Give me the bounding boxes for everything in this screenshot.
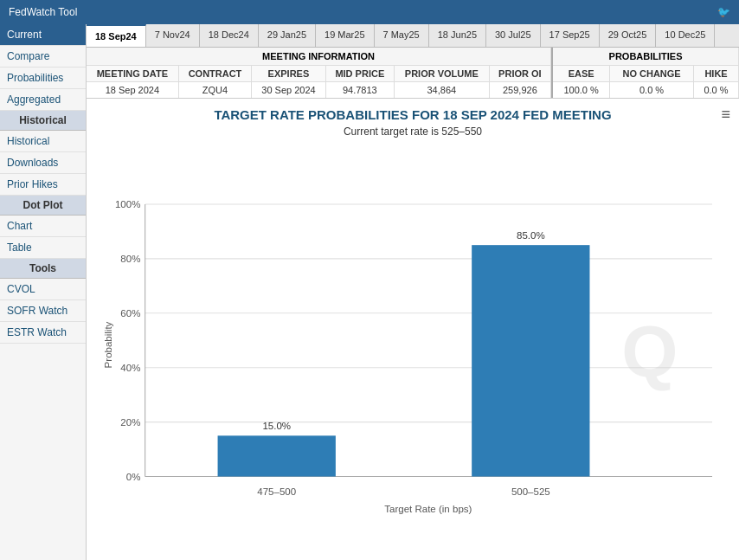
meeting-col-mid-price: MID PRICE bbox=[325, 66, 394, 82]
twitter-icon[interactable]: 🐦 bbox=[717, 6, 730, 18]
sidebar-item-current[interactable]: Current bbox=[0, 24, 86, 46]
tab-29Oct25[interactable]: 29 Oct25 bbox=[600, 24, 657, 47]
tab-29Jan25[interactable]: 29 Jan25 bbox=[259, 24, 316, 47]
svg-text:Q: Q bbox=[621, 311, 678, 392]
tab-bar: 18 Sep247 Nov2418 Dec2429 Jan2519 Mar257… bbox=[87, 24, 739, 48]
sidebar-item-chart[interactable]: Chart bbox=[0, 216, 86, 237]
svg-text:85.0%: 85.0% bbox=[517, 230, 545, 241]
app-title: FedWatch Tool bbox=[9, 6, 77, 18]
meeting-cell-5: 259,926 bbox=[489, 82, 551, 99]
tab-7May25[interactable]: 7 May25 bbox=[375, 24, 429, 47]
meeting-col-prior-volume: PRIOR VOLUME bbox=[395, 66, 490, 82]
prob-col-no change: NO CHANGE bbox=[610, 66, 694, 82]
meeting-col-prior-oi: PRIOR OI bbox=[489, 66, 551, 82]
meeting-cell-3: 94.7813 bbox=[325, 82, 394, 99]
historical-section-header[interactable]: Historical bbox=[0, 111, 86, 131]
svg-text:Probability: Probability bbox=[103, 321, 113, 368]
chart-area: ≡ TARGET RATE PROBABILITIES FOR 18 SEP 2… bbox=[87, 99, 739, 560]
sidebar-item-compare[interactable]: Compare bbox=[0, 46, 86, 68]
chart-menu-icon[interactable]: ≡ bbox=[721, 106, 730, 124]
dotplot-section-header[interactable]: Dot Plot bbox=[0, 196, 86, 216]
probabilities-table: EASENO CHANGEHIKE 100.0 %0.0 %0.0 % bbox=[553, 66, 739, 98]
sidebar-item-cvol[interactable]: CVOL bbox=[0, 279, 86, 300]
chart-title: TARGET RATE PROBABILITIES FOR 18 SEP 202… bbox=[95, 107, 730, 122]
sidebar-item-probabilities[interactable]: Probabilities bbox=[0, 68, 86, 89]
tab-19Mar25[interactable]: 19 Mar25 bbox=[316, 24, 374, 47]
sidebar-item-table[interactable]: Table bbox=[0, 237, 86, 259]
meeting-cell-4: 34,864 bbox=[395, 82, 490, 99]
meeting-cell-1: ZQU4 bbox=[178, 82, 252, 99]
meeting-col-expires: EXPIRES bbox=[252, 66, 325, 82]
tab-18Sep24[interactable]: 18 Sep24 bbox=[87, 24, 146, 47]
sidebar-item-estr-watch[interactable]: ESTR Watch bbox=[0, 322, 86, 344]
prob-col-ease: EASE bbox=[553, 66, 609, 82]
prob-cell-2: 0.0 % bbox=[694, 82, 739, 99]
svg-text:20%: 20% bbox=[120, 417, 140, 428]
meeting-col-meeting-date: MEETING DATE bbox=[87, 66, 178, 82]
probabilities-title: PROBABILITIES bbox=[553, 48, 739, 66]
sidebar-item-historical[interactable]: Historical bbox=[0, 131, 86, 152]
svg-text:475–500: 475–500 bbox=[257, 486, 296, 497]
meeting-col-contract: CONTRACT bbox=[178, 66, 252, 82]
bar-500-525 bbox=[472, 245, 589, 476]
tools-section-header[interactable]: Tools bbox=[0, 259, 86, 279]
svg-text:80%: 80% bbox=[120, 254, 140, 264]
sidebar-item-aggregated[interactable]: Aggregated bbox=[0, 89, 86, 111]
tab-10Dec25[interactable]: 10 Dec25 bbox=[656, 24, 715, 47]
prob-cell-0: 100.0 % bbox=[553, 82, 609, 99]
bar-475-500 bbox=[218, 435, 336, 476]
sidebar-item-downloads[interactable]: Downloads bbox=[0, 152, 86, 174]
svg-text:100%: 100% bbox=[115, 199, 140, 209]
meeting-info-title: MEETING INFORMATION bbox=[87, 48, 551, 66]
meeting-info-area: MEETING INFORMATION MEETING DATECONTRACT… bbox=[87, 48, 739, 99]
prob-cell-1: 0.0 % bbox=[610, 82, 694, 99]
tab-17Sep25[interactable]: 17 Sep25 bbox=[541, 24, 600, 47]
sidebar-item-sofr-watch[interactable]: SOFR Watch bbox=[0, 300, 86, 322]
app-header: FedWatch Tool 🐦 bbox=[0, 0, 739, 24]
tab-30Jul25[interactable]: 30 Jul25 bbox=[486, 24, 541, 47]
sidebar-item-prior-hikes[interactable]: Prior Hikes bbox=[0, 174, 86, 196]
sidebar: Current Compare Probabilities Aggregated… bbox=[0, 24, 87, 560]
chart-container: Probability 100% 80% 60% bbox=[95, 145, 730, 545]
tab-18Dec24[interactable]: 18 Dec24 bbox=[200, 24, 259, 47]
svg-text:15.0%: 15.0% bbox=[262, 421, 291, 431]
tab-7Nov24[interactable]: 7 Nov24 bbox=[146, 24, 200, 47]
meeting-cell-2: 30 Sep 2024 bbox=[252, 82, 325, 99]
svg-text:60%: 60% bbox=[120, 308, 140, 319]
svg-text:0%: 0% bbox=[126, 472, 141, 482]
prob-col-hike: HIKE bbox=[694, 66, 739, 82]
chart-subtitle: Current target rate is 525–550 bbox=[95, 126, 730, 138]
tab-18Jun25[interactable]: 18 Jun25 bbox=[429, 24, 486, 47]
svg-text:Target Rate (in bps): Target Rate (in bps) bbox=[384, 504, 472, 514]
meeting-cell-0: 18 Sep 2024 bbox=[87, 82, 178, 99]
meeting-info-table: MEETING DATECONTRACTEXPIRESMID PRICEPRIO… bbox=[87, 66, 551, 98]
svg-text:40%: 40% bbox=[120, 363, 140, 373]
chart-svg: Probability 100% 80% 60% bbox=[95, 145, 730, 545]
svg-text:500–525: 500–525 bbox=[511, 486, 550, 497]
